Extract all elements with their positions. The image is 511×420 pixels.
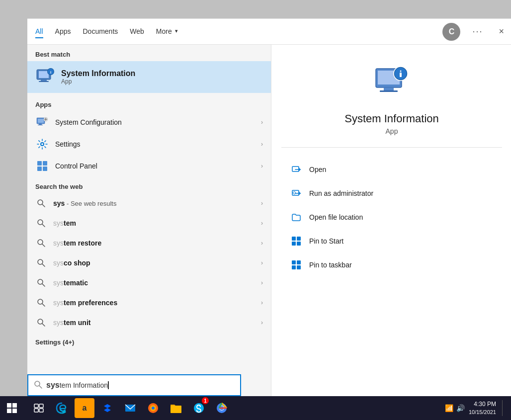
svg-line-30 <box>42 304 45 306</box>
admin-icon <box>289 186 303 200</box>
nav-tab-apps[interactable]: Apps <box>55 25 71 38</box>
start-menu: All Apps Documents Web More ▾ C ··· × <box>27 18 511 396</box>
nav-tab-web[interactable]: Web <box>130 25 144 38</box>
search-item-sys-web[interactable]: sys - See web results › <box>27 193 271 213</box>
search-text-system-unit: system unit <box>53 319 261 327</box>
user-avatar[interactable]: C <box>442 23 460 41</box>
app-item-system-configuration[interactable]: System Configuration › <box>27 111 271 133</box>
action-file-location[interactable]: Open file location <box>281 205 502 229</box>
right-app-name: System Information <box>344 112 439 125</box>
taskbar-icon-chrome[interactable] <box>211 396 233 420</box>
search-cursor <box>108 381 109 389</box>
nav-tab-documents[interactable]: Documents <box>83 25 118 38</box>
control-panel-icon <box>35 159 49 173</box>
search-bar-input[interactable]: tem Information <box>60 381 108 389</box>
action-open[interactable]: Open <box>281 158 502 181</box>
settings-section-label: Settings (4+) <box>27 333 271 349</box>
arrow-icon: › <box>261 299 263 306</box>
folder-icon <box>289 210 303 224</box>
svg-rect-2 <box>41 80 47 81</box>
close-button[interactable]: × <box>499 26 504 37</box>
amazon-icon: a <box>75 398 94 418</box>
search-item-system-preferences[interactable]: system preferences › <box>27 293 271 313</box>
more-options-button[interactable]: ··· <box>472 26 483 37</box>
app-item-name-settings: Settings <box>55 140 261 148</box>
taskbar-icon-dropbox[interactable] <box>96 396 118 420</box>
mail-icon <box>124 402 137 415</box>
nav-tab-all[interactable]: All <box>35 25 43 38</box>
search-bar[interactable]: system Information <box>27 374 241 396</box>
volume-icon[interactable]: 🔊 <box>456 404 465 412</box>
svg-text:i: i <box>50 70 51 75</box>
apps-section-label: Apps <box>27 95 271 111</box>
best-match-subtitle: App <box>61 78 135 85</box>
svg-point-39 <box>400 71 402 72</box>
best-match-item[interactable]: i System Information App <box>27 61 271 93</box>
network-icon[interactable]: 📶 <box>445 404 453 412</box>
system-info-app-icon: i <box>36 68 55 86</box>
taskbar-icon-firefox[interactable] <box>142 396 164 420</box>
search-text-system-restore: system restore <box>53 239 261 247</box>
svg-rect-48 <box>292 242 296 246</box>
search-icon <box>35 297 47 309</box>
app-item-control-panel[interactable]: Control Panel › <box>27 155 271 177</box>
settings-icon <box>35 137 49 151</box>
action-pin-taskbar-label: Pin to taskbar <box>309 261 352 269</box>
search-item-system-restore[interactable]: system restore › <box>27 233 271 253</box>
svg-rect-50 <box>292 260 296 264</box>
taskbar-icon-mail[interactable] <box>119 396 141 420</box>
svg-line-20 <box>42 204 45 207</box>
svg-line-32 <box>42 324 45 326</box>
search-text-sys-web: sys - See web results <box>53 199 261 207</box>
search-item-system-unit[interactable]: system unit › <box>27 313 271 333</box>
system-info-icon: i <box>35 67 55 87</box>
arrow-icon: › <box>261 279 263 286</box>
svg-marker-60 <box>104 404 111 412</box>
svg-rect-3 <box>39 81 49 82</box>
file-explorer-icon <box>170 402 182 415</box>
arrow-icon: › <box>261 259 263 266</box>
svg-rect-58 <box>34 409 38 412</box>
action-pin-start[interactable]: Pin to Start <box>281 229 502 253</box>
search-item-sysco-shop[interactable]: sysco shop › <box>27 253 271 273</box>
nav-tab-more[interactable]: More ▾ <box>156 25 178 38</box>
svg-rect-17 <box>37 167 42 171</box>
svg-point-45 <box>293 192 296 194</box>
search-web-label: Search the web <box>27 177 271 193</box>
svg-point-64 <box>152 407 155 410</box>
divider <box>281 147 502 148</box>
search-item-systematic[interactable]: systematic › <box>27 273 271 293</box>
edge-icon <box>55 402 68 415</box>
taskbar-icon-skype[interactable]: 1 <box>188 396 210 420</box>
svg-rect-65 <box>170 406 181 413</box>
svg-line-26 <box>42 264 45 266</box>
svg-rect-52 <box>292 265 296 269</box>
show-desktop[interactable] <box>502 400 505 416</box>
search-typed-text: sys <box>46 381 60 390</box>
svg-rect-40 <box>400 73 402 77</box>
search-icon <box>35 197 47 209</box>
action-run-admin[interactable]: Run as administrator <box>281 181 502 205</box>
taskbar-icon-taskview[interactable] <box>28 396 50 420</box>
svg-rect-49 <box>297 242 301 246</box>
search-text-sysco: sysco shop <box>53 259 261 267</box>
app-item-settings[interactable]: Settings › <box>27 133 271 155</box>
svg-rect-57 <box>39 404 43 408</box>
taskbar-icon-explorer[interactable] <box>165 396 187 420</box>
search-text-systematic: systematic <box>53 279 261 287</box>
action-open-label: Open <box>309 166 326 173</box>
chrome-icon <box>215 402 228 415</box>
taskbar-icon-edge[interactable] <box>51 396 73 420</box>
search-text-system: system <box>53 219 261 227</box>
svg-rect-53 <box>297 265 301 269</box>
svg-rect-9 <box>39 124 42 125</box>
svg-rect-47 <box>297 237 301 241</box>
open-icon <box>289 163 303 176</box>
taskbar-icon-amazon[interactable]: a <box>74 396 95 420</box>
search-icon <box>35 277 47 289</box>
search-item-system[interactable]: system › <box>27 213 271 233</box>
clock[interactable]: 4:30 PM 10/15/2021 <box>469 400 496 416</box>
start-button[interactable] <box>0 396 24 420</box>
svg-line-55 <box>39 386 42 388</box>
action-pin-taskbar[interactable]: Pin to taskbar <box>281 253 502 277</box>
